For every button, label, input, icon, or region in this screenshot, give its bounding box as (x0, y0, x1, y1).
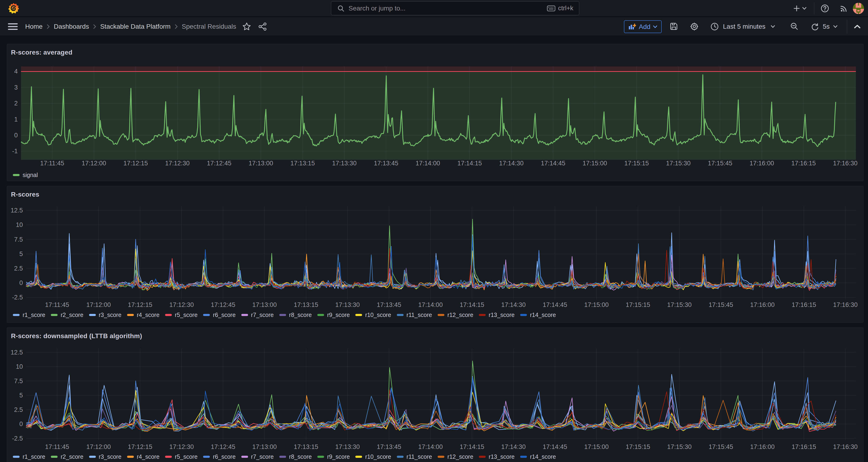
svg-text:17:15:45: 17:15:45 (708, 160, 732, 167)
svg-text:17:12:15: 17:12:15 (128, 301, 152, 308)
svg-text:17:15:15: 17:15:15 (626, 301, 650, 308)
svg-text:17:12:15: 17:12:15 (128, 443, 152, 450)
svg-text:17:14:00: 17:14:00 (416, 160, 440, 167)
svg-text:17:14:30: 17:14:30 (501, 443, 526, 450)
svg-text:17:13:00: 17:13:00 (252, 443, 277, 450)
svg-text:17:16:15: 17:16:15 (792, 301, 816, 308)
svg-text:17:15:45: 17:15:45 (709, 443, 733, 450)
svg-text:0: 0 (19, 421, 23, 428)
svg-text:17:16:15: 17:16:15 (791, 160, 816, 167)
svg-text:17:14:30: 17:14:30 (501, 301, 526, 308)
svg-text:2.5: 2.5 (14, 406, 23, 413)
svg-text:17:15:00: 17:15:00 (584, 301, 609, 308)
svg-text:0: 0 (14, 132, 18, 139)
svg-text:17:12:30: 17:12:30 (169, 443, 194, 450)
svg-text:17:12:00: 17:12:00 (86, 443, 111, 450)
svg-text:17:14:45: 17:14:45 (543, 443, 567, 450)
svg-text:17:16:30: 17:16:30 (833, 443, 858, 450)
svg-text:10: 10 (16, 221, 23, 228)
svg-text:17:12:15: 17:12:15 (123, 160, 148, 167)
svg-text:17:12:30: 17:12:30 (165, 160, 190, 167)
svg-text:1: 1 (14, 116, 18, 123)
svg-text:17:16:30: 17:16:30 (833, 160, 858, 167)
svg-text:-2.5: -2.5 (12, 294, 23, 301)
svg-text:10: 10 (16, 363, 23, 370)
svg-text:12.5: 12.5 (10, 349, 23, 356)
svg-text:5: 5 (19, 392, 23, 399)
svg-text:-1: -1 (12, 148, 18, 155)
svg-text:17:15:45: 17:15:45 (709, 301, 733, 308)
svg-text:17:13:15: 17:13:15 (294, 443, 318, 450)
svg-text:17:16:30: 17:16:30 (833, 301, 858, 308)
svg-text:17:16:00: 17:16:00 (750, 160, 774, 167)
svg-text:17:13:15: 17:13:15 (290, 160, 315, 167)
svg-text:17:13:45: 17:13:45 (374, 160, 398, 167)
svg-text:17:15:00: 17:15:00 (583, 160, 607, 167)
svg-text:3: 3 (14, 84, 18, 91)
svg-text:7.5: 7.5 (14, 236, 23, 243)
svg-text:17:16:00: 17:16:00 (750, 301, 775, 308)
svg-text:17:13:15: 17:13:15 (294, 301, 318, 308)
svg-text:0: 0 (19, 279, 23, 286)
svg-text:17:14:15: 17:14:15 (458, 160, 482, 167)
svg-text:17:15:30: 17:15:30 (667, 443, 692, 450)
svg-text:17:14:45: 17:14:45 (541, 160, 565, 167)
svg-text:17:16:00: 17:16:00 (750, 443, 775, 450)
svg-text:17:13:30: 17:13:30 (335, 443, 360, 450)
svg-text:17:13:30: 17:13:30 (335, 301, 360, 308)
svg-text:17:12:45: 17:12:45 (207, 160, 231, 167)
svg-text:17:15:30: 17:15:30 (667, 301, 692, 308)
svg-text:12.5: 12.5 (10, 207, 23, 214)
svg-text:7.5: 7.5 (14, 377, 23, 384)
svg-text:17:13:00: 17:13:00 (252, 301, 277, 308)
svg-text:17:12:00: 17:12:00 (86, 301, 111, 308)
svg-text:17:15:15: 17:15:15 (624, 160, 649, 167)
svg-text:17:11:45: 17:11:45 (45, 443, 69, 450)
svg-text:17:13:00: 17:13:00 (249, 160, 273, 167)
svg-text:17:13:45: 17:13:45 (377, 301, 401, 308)
svg-text:2.5: 2.5 (14, 265, 23, 272)
svg-text:17:12:30: 17:12:30 (169, 301, 194, 308)
svg-text:17:14:45: 17:14:45 (543, 301, 567, 308)
svg-text:-2.5: -2.5 (12, 435, 23, 442)
svg-text:17:16:15: 17:16:15 (792, 443, 816, 450)
svg-text:17:13:30: 17:13:30 (332, 160, 356, 167)
svg-text:2: 2 (14, 100, 18, 107)
svg-text:17:14:00: 17:14:00 (418, 301, 443, 308)
svg-text:4: 4 (14, 68, 18, 75)
svg-text:17:12:45: 17:12:45 (211, 443, 235, 450)
svg-text:17:11:45: 17:11:45 (45, 301, 69, 308)
svg-text:17:13:45: 17:13:45 (377, 443, 401, 450)
svg-text:17:15:30: 17:15:30 (666, 160, 690, 167)
svg-text:17:14:15: 17:14:15 (460, 443, 484, 450)
svg-text:17:15:15: 17:15:15 (626, 443, 650, 450)
svg-text:17:11:45: 17:11:45 (40, 160, 64, 167)
svg-text:5: 5 (19, 250, 23, 257)
svg-text:17:14:00: 17:14:00 (418, 443, 443, 450)
svg-text:17:12:00: 17:12:00 (82, 160, 106, 167)
svg-text:17:15:00: 17:15:00 (584, 443, 609, 450)
svg-text:17:14:15: 17:14:15 (460, 301, 484, 308)
svg-text:17:12:45: 17:12:45 (211, 301, 235, 308)
svg-text:17:14:30: 17:14:30 (499, 160, 524, 167)
